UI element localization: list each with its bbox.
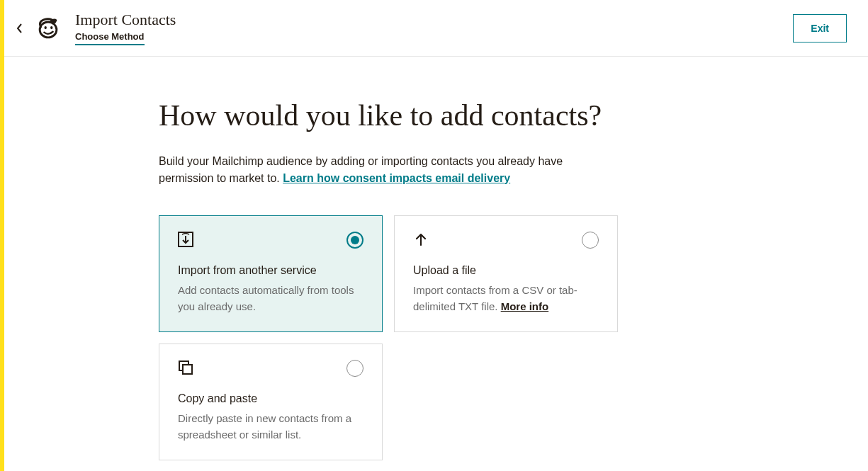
upload-icon: [413, 232, 429, 247]
card-import-service[interactable]: Import from another service Add contacts…: [159, 215, 383, 332]
card-copy-paste[interactable]: Copy and paste Directly paste in new con…: [159, 344, 383, 460]
main-content: How would you like to add contacts? Buil…: [4, 57, 713, 460]
mailchimp-logo: [34, 14, 62, 42]
radio-upload-file[interactable]: [582, 232, 599, 249]
card-title: Copy and paste: [178, 392, 363, 405]
radio-copy-paste[interactable]: [346, 360, 363, 377]
method-cards: Import from another service Add contacts…: [159, 215, 619, 460]
card-description: Import contacts from a CSV or tab-delimi…: [413, 283, 599, 314]
consent-link[interactable]: Learn how consent impacts email delivery: [283, 172, 510, 184]
exit-button[interactable]: Exit: [793, 14, 847, 42]
radio-import-service[interactable]: [346, 232, 363, 249]
chevron-left-icon: [16, 23, 23, 34]
card-top-row: [178, 232, 363, 251]
exit-button-label: Exit: [811, 23, 829, 34]
page-subtitle: Choose Method: [75, 31, 145, 45]
import-service-icon: [178, 232, 193, 247]
svg-rect-7: [183, 365, 192, 374]
title-block: Import Contacts Choose Method: [75, 11, 176, 45]
card-title: Import from another service: [178, 264, 363, 277]
card-top-row: [178, 360, 363, 380]
copy-paste-icon: [178, 360, 193, 375]
svg-point-2: [44, 25, 46, 28]
card-description: Add contacts automatically from tools yo…: [178, 283, 363, 314]
card-desc-text: Import contacts from a CSV or tab-delimi…: [413, 284, 577, 312]
card-upload-file[interactable]: Upload a file Import contacts from a CSV…: [394, 215, 618, 332]
main-description: Build your Mailchimp audience by adding …: [159, 153, 570, 187]
main-heading: How would you like to add contacts?: [159, 99, 713, 132]
page-header: Import Contacts Choose Method Exit: [4, 0, 868, 57]
more-info-link[interactable]: More info: [501, 300, 549, 312]
card-top-row: [413, 232, 599, 251]
accent-bar: [0, 0, 4, 471]
svg-point-3: [50, 25, 52, 28]
card-description: Directly paste in new contacts from a sp…: [178, 411, 363, 443]
page-title: Import Contacts: [75, 11, 176, 29]
card-title: Upload a file: [413, 264, 599, 277]
radio-dot: [351, 236, 359, 244]
back-button[interactable]: [11, 20, 28, 37]
